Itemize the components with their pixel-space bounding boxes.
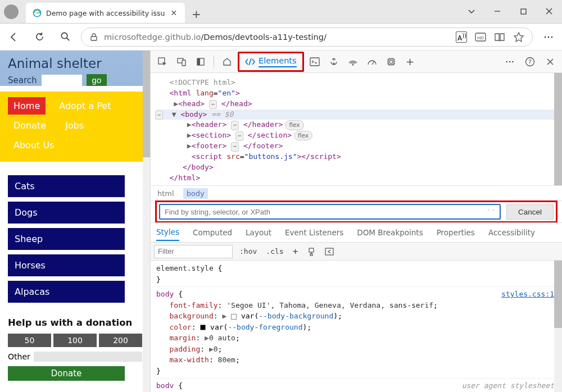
amount-50[interactable]: 50: [8, 334, 51, 347]
inspect-icon[interactable]: [154, 53, 171, 70]
favorite-icon[interactable]: [513, 31, 524, 43]
nav-adopt[interactable]: Adopt a Pet: [53, 97, 116, 115]
address-bar[interactable]: microsoftedge.github.io/Demos/devtools-a…: [81, 28, 533, 47]
add-tab-icon[interactable]: +: [402, 53, 419, 70]
settings-menu-icon[interactable]: ⋯: [538, 27, 559, 47]
styles-tabs: Styles Computed Layout Event Listeners D…: [151, 222, 562, 243]
css-scrollbar[interactable]: [554, 261, 562, 392]
link-sheep[interactable]: Sheep: [8, 228, 125, 250]
performance-icon[interactable]: [364, 53, 380, 70]
edge-icon: [33, 8, 42, 17]
svg-point-3: [61, 33, 67, 38]
tab-properties[interactable]: Properties: [437, 228, 475, 237]
devtools-panel: Elements + ⋯ ? <!DOCTYPE html> <html lan…: [150, 51, 562, 392]
rendered-page: Animal shelter Search go Home Adopt a Pe…: [0, 51, 150, 392]
profile-button[interactable]: [0, 1, 22, 23]
brush-icon[interactable]: [305, 246, 318, 257]
devtools-close-icon[interactable]: [542, 53, 559, 70]
dock-icon[interactable]: [192, 53, 209, 70]
user-agent-label: user agent stylesheet: [462, 380, 554, 391]
back-button[interactable]: [3, 27, 24, 47]
bc-html[interactable]: html: [157, 189, 174, 198]
link-cats[interactable]: Cats: [8, 175, 125, 197]
tab-computed[interactable]: Computed: [193, 228, 232, 237]
search-label: Search: [8, 75, 37, 85]
devtools-menu-icon[interactable]: ⋯: [501, 53, 518, 70]
device-icon[interactable]: [173, 53, 190, 70]
link-horses[interactable]: Horses: [8, 254, 125, 276]
donate-button[interactable]: Donate: [8, 366, 125, 381]
svg-line-16: [372, 61, 374, 65]
cls-button[interactable]: .cls: [264, 246, 285, 257]
search-highlight: ˄ ˅ Cancel: [155, 200, 558, 223]
minimize-button[interactable]: [484, 0, 510, 23]
nav-home[interactable]: Home: [8, 97, 46, 115]
new-tab-button[interactable]: +: [187, 5, 205, 23]
svg-text:HD: HD: [477, 35, 484, 40]
hd-icon[interactable]: HD: [475, 31, 486, 43]
close-window-button[interactable]: [536, 0, 562, 23]
svg-rect-2: [521, 9, 526, 14]
tab-layout[interactable]: Layout: [246, 228, 271, 237]
tab-accessibility[interactable]: Accessibility: [488, 228, 535, 237]
caret-down-icon[interactable]: [459, 0, 484, 23]
nav-jobs[interactable]: Jobs: [60, 117, 89, 134]
css-rules[interactable]: element.style { } body {styles.css:1 fon…: [151, 261, 562, 392]
svg-rect-10: [182, 60, 185, 66]
css-source-link[interactable]: styles.css:1: [501, 289, 554, 300]
search-cancel-button[interactable]: Cancel: [506, 204, 554, 220]
svg-rect-23: [325, 248, 333, 255]
link-dogs[interactable]: Dogs: [8, 202, 125, 224]
search-icon[interactable]: [55, 27, 75, 47]
tab-styles[interactable]: Styles: [156, 227, 179, 241]
svg-rect-12: [197, 58, 200, 65]
read-aloud-icon[interactable]: A)): [456, 31, 467, 43]
styles-filter-input[interactable]: [154, 245, 233, 258]
breadcrumb[interactable]: html body: [151, 185, 562, 201]
svg-text:?: ?: [528, 58, 532, 66]
network-icon[interactable]: [345, 53, 361, 70]
other-label: Other: [8, 352, 30, 361]
svg-rect-13: [310, 58, 319, 66]
dom-scrollbar[interactable]: [554, 73, 562, 185]
search-nav[interactable]: ˄ ˅: [487, 208, 495, 216]
new-rule-icon[interactable]: +: [291, 245, 301, 258]
lock-icon: [89, 33, 98, 42]
hov-button[interactable]: :hov: [237, 246, 259, 257]
other-amount-input[interactable]: [34, 352, 142, 362]
elements-tab-highlight: Elements: [238, 52, 304, 72]
nav-about[interactable]: About Us: [8, 136, 60, 154]
link-alpacas[interactable]: Alpacas: [8, 281, 125, 303]
tab-dombreakpoints[interactable]: DOM Breakpoints: [357, 228, 423, 237]
svg-rect-17: [388, 59, 394, 65]
go-button[interactable]: go: [87, 74, 107, 86]
browser-tab[interactable]: Demo page with accessibility issu ✕: [26, 3, 185, 23]
refresh-button[interactable]: [29, 27, 49, 47]
elements-tab[interactable]: Elements: [241, 54, 301, 70]
dom-search-input[interactable]: [165, 208, 487, 216]
computed-toggle-icon[interactable]: [323, 247, 336, 257]
console-icon[interactable]: [306, 53, 323, 70]
sources-icon[interactable]: [325, 53, 342, 70]
dom-tree[interactable]: <!DOCTYPE html> <html lang="en"> ▶<head>…: [151, 73, 562, 185]
page-scrollbar[interactable]: [143, 51, 150, 392]
devtools-toolbar: Elements + ⋯ ?: [151, 51, 562, 73]
page-search-input[interactable]: [42, 75, 82, 86]
svg-rect-18: [389, 60, 392, 63]
help-icon[interactable]: ?: [522, 53, 538, 70]
amount-100[interactable]: 100: [53, 334, 97, 347]
tab-eventlisteners[interactable]: Event Listeners: [285, 228, 343, 237]
svg-rect-5: [91, 37, 97, 40]
nav-donate[interactable]: Donate: [8, 117, 52, 134]
svg-line-4: [66, 38, 69, 40]
maximize-button[interactable]: [510, 0, 536, 23]
memory-icon[interactable]: [383, 53, 400, 70]
svg-point-14: [333, 62, 334, 64]
amount-200[interactable]: 200: [99, 334, 142, 347]
welcome-icon[interactable]: [219, 53, 235, 70]
bc-body[interactable]: body: [183, 188, 208, 199]
dom-search-box[interactable]: ˄ ˅: [159, 204, 501, 220]
reader-icon[interactable]: [494, 31, 505, 43]
tab-close-button[interactable]: ✕: [169, 8, 178, 17]
main-nav: Home Adopt a Pet Donate Jobs About Us: [0, 92, 150, 162]
